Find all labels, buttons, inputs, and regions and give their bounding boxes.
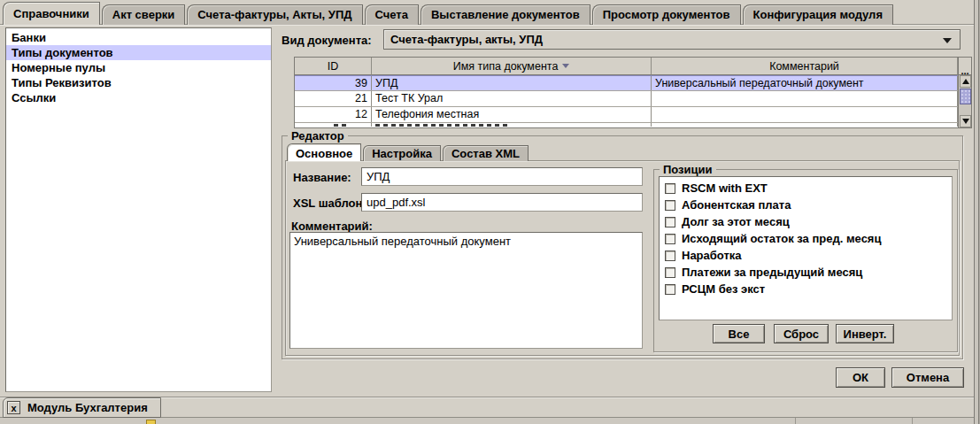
column-header-id[interactable]: ID [295,58,372,75]
position-item[interactable]: Исходящий остаток за пред. месяц [661,230,950,247]
checkbox-label: RSCM with EXT [682,181,768,195]
sidebar-item-tipy-dokumentov[interactable]: Типы документов [6,45,271,60]
table-row-clipped [295,123,971,127]
module-tab-label: Модуль Бухгалтерия [27,401,148,414]
sidebar-item-banki[interactable]: Банки [6,30,271,45]
doc-type-combobox[interactable]: Счета-фактуры, акты, УПД [383,29,961,50]
column-header-name[interactable]: Имя типа документа [372,58,652,75]
position-item[interactable]: Абонентская плата [661,197,950,213]
column-header-name-label: Имя типа документа [453,60,559,73]
table-row[interactable]: 39 УПД Универсальный передаточный докуме… [295,75,971,91]
checkbox-icon[interactable] [665,267,675,278]
name-field-label: Название: [293,171,351,184]
checkbox-label: Исходящий остаток за пред. месяц [682,232,881,245]
tab-scheta[interactable]: Счета [365,4,419,25]
scrollbar-thumb[interactable] [960,89,971,104]
module-tab-buhgalteriya[interactable]: x Модуль Бухгалтерия [3,397,161,418]
tab-spravochniki[interactable]: Справочники [3,2,100,25]
tab-prosmotr[interactable]: Просмотр документов [592,4,741,25]
doc-types-table: ID Имя типа документа Комментарий 39 УПД… [294,57,972,128]
cell-name: УПД [372,76,652,90]
comment-textarea[interactable]: Универсальный передаточный документ [289,232,643,349]
cell-id: 39 [295,76,372,90]
folder-icon [146,420,156,424]
close-icon[interactable]: x [7,401,20,414]
checkbox-icon[interactable] [665,183,675,194]
tab-konfiguraciya[interactable]: Конфигурация модуля [743,4,893,25]
column-header-comment[interactable]: Комментарий [652,58,958,75]
checkbox-icon[interactable] [665,284,675,295]
window-right-border [974,0,980,424]
table-scrollbar[interactable] [958,75,971,127]
cell-name: Тест ТК Урал [372,91,652,106]
scroll-up-button[interactable] [960,75,971,88]
triangle-down-icon [962,119,969,124]
cell-name: Телефония местная [372,107,652,122]
ok-button[interactable]: ОК [836,367,885,388]
divider [795,418,796,424]
sort-desc-icon [562,64,569,68]
xsl-template-input[interactable] [361,193,643,212]
editor-tab-sostav-xml[interactable]: Состав XML [443,145,529,161]
cell-comment [652,107,958,122]
checkbox-label: Наработка [682,249,742,262]
checkbox-label: Абонентская плата [682,198,791,212]
position-item[interactable]: Платежи за предыдущий месяц [661,264,950,281]
position-item[interactable]: Долг за этот месяц [661,213,950,230]
name-input[interactable] [361,167,643,186]
checkbox-icon[interactable] [665,200,675,211]
editor-tab-nastroyka[interactable]: Настройка [363,145,441,161]
main-tab-bar: Справочники Акт сверки Счета-фактуры, Ак… [3,2,895,25]
comment-field-label: Комментарий: [291,220,373,233]
positions-list: RSCM with EXT Абонентская плата Долг за … [659,176,953,320]
triangle-up-icon [962,79,969,84]
tab-vystavlenie[interactable]: Выставление документов [421,4,590,25]
reference-list: Банки Типы документов Номерные пулы Типы… [5,27,272,392]
position-item[interactable]: РСЦМ без экст [661,281,950,297]
editor-tab-osnovnoe[interactable]: Основное [287,143,361,161]
checkbox-label: Платежи за предыдущий месяц [682,266,862,279]
invert-button[interactable]: Инверт. [836,324,894,343]
scroll-down-button[interactable] [960,115,971,127]
table-row[interactable]: 12 Телефония местная [295,107,971,123]
checkbox-label: Долг за этот месяц [682,215,790,228]
tab-akt-sverki[interactable]: Акт сверки [102,4,186,25]
cell-id: 12 [295,107,372,122]
doc-type-label: Вид документа: [282,34,372,47]
doc-type-value: Счета-фактуры, акты, УПД [390,33,543,46]
tab-schota-faktury[interactable]: Счета-фактуры, Акты, УПД [187,4,362,25]
sidebar-item-nomernye-puly[interactable]: Номерные пулы [6,60,271,75]
table-header-row: ID Имя типа документа Комментарий [295,58,971,75]
cell-id: 21 [295,91,372,106]
editor-tab-bar: Основное Настройка Состав XML [287,143,530,161]
sidebar-item-ssylki[interactable]: Ссылки [6,90,271,105]
select-all-button[interactable]: Все [713,324,765,343]
column-chooser-button[interactable]: ... [958,58,971,75]
sidebar-item-tipy-rekvizitov[interactable]: Типы Реквизитов [6,75,271,90]
cell-comment [652,91,958,106]
checkbox-label: РСЦМ без экст [682,282,765,296]
table-row[interactable]: 21 Тест ТК Урал [295,91,971,107]
xsl-template-field-label: XSL шаблон: [293,197,367,210]
positions-groupbox-title: Позиции [660,163,716,176]
position-item[interactable]: RSCM with EXT [661,180,950,197]
checkbox-icon[interactable] [665,251,675,261]
cancel-button[interactable]: Отмена [891,367,964,388]
checkbox-icon[interactable] [665,234,675,244]
reset-button[interactable]: Сброс [774,324,829,343]
chevron-down-icon[interactable] [943,38,952,43]
clipped-background-window [0,417,974,424]
cell-comment: Универсальный передаточный документ [652,76,958,90]
editor-groupbox-title: Редактор [288,129,348,143]
divider [912,418,913,424]
position-item[interactable]: Наработка [661,247,950,264]
checkbox-icon[interactable] [665,217,675,227]
